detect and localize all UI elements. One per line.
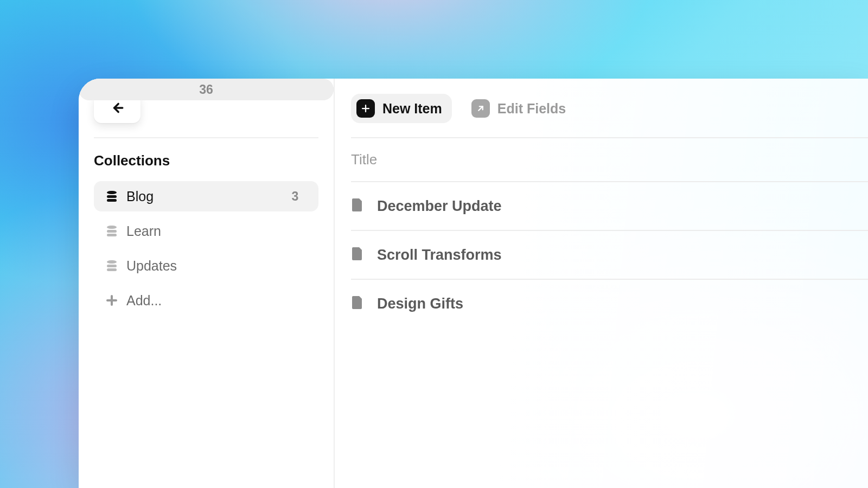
database-icon bbox=[104, 226, 120, 236]
sidebar-item-add[interactable]: Add... bbox=[94, 285, 318, 316]
document-icon bbox=[351, 295, 364, 312]
count-badge: 3 bbox=[284, 185, 307, 207]
sidebar-item-label: Blog bbox=[126, 189, 154, 204]
sidebar-item-label: Updates bbox=[126, 258, 177, 274]
plus-icon bbox=[104, 295, 120, 306]
collections-list: Blog 3 Learn 12 Updates 36 Add... bbox=[94, 181, 318, 316]
sidebar-section-title: Collections bbox=[94, 152, 318, 169]
arrow-up-right-icon bbox=[471, 99, 490, 118]
edit-fields-button[interactable]: Edit Fields bbox=[466, 94, 576, 123]
button-label: Edit Fields bbox=[497, 101, 566, 117]
item-title: Scroll Transforms bbox=[377, 247, 502, 264]
sidebar-item-blog[interactable]: Blog 3 bbox=[94, 181, 318, 211]
button-label: New Item bbox=[382, 101, 442, 117]
main-area: New Item Edit Fields Title December Upda… bbox=[335, 79, 868, 488]
arrow-left-icon bbox=[110, 101, 124, 117]
sidebar-item-updates[interactable]: Updates 36 bbox=[94, 251, 318, 281]
database-icon bbox=[104, 260, 120, 271]
list-item[interactable]: Design Gifts bbox=[351, 279, 868, 328]
toolbar: New Item Edit Fields bbox=[351, 94, 868, 123]
database-icon bbox=[104, 191, 120, 202]
document-icon bbox=[351, 197, 364, 215]
app-panel: Collections Blog 3 Learn 12 Updates 36 bbox=[79, 79, 868, 488]
column-header-title: Title bbox=[351, 138, 868, 181]
list-item[interactable]: December Update bbox=[351, 181, 868, 230]
plus-icon bbox=[356, 99, 375, 118]
item-title: Design Gifts bbox=[377, 296, 463, 312]
document-icon bbox=[351, 246, 364, 264]
sidebar-item-label: Learn bbox=[126, 223, 161, 239]
sidebar: Collections Blog 3 Learn 12 Updates 36 bbox=[79, 79, 335, 488]
new-item-button[interactable]: New Item bbox=[351, 94, 452, 123]
item-title: December Update bbox=[377, 198, 502, 215]
sidebar-item-learn[interactable]: Learn 12 bbox=[94, 216, 318, 246]
sidebar-item-label: Add... bbox=[126, 293, 162, 309]
list-item[interactable]: Scroll Transforms bbox=[351, 230, 868, 279]
count-badge: 36 bbox=[79, 79, 334, 100]
divider bbox=[94, 137, 318, 138]
